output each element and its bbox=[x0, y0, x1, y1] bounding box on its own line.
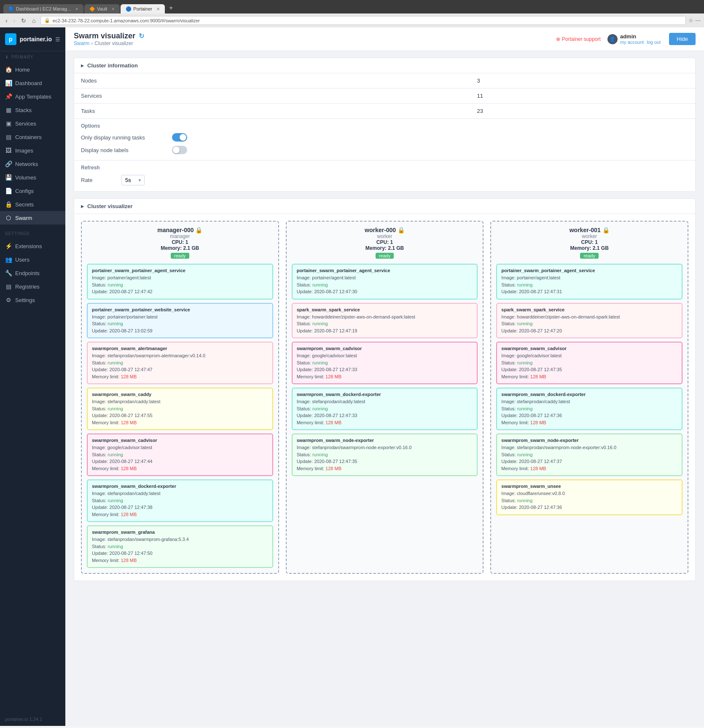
top-header: Swarm visualizer ↻ Swarm › Cluster visua… bbox=[65, 27, 704, 51]
table-row-tasks: Tasks 23 bbox=[74, 104, 695, 119]
rate-select[interactable]: 5s 10s 30s 1m bbox=[121, 175, 145, 185]
service-detail: Image: stefanprodan/swarmprom-alertmanag… bbox=[92, 352, 268, 380]
sidebar-item-extensions[interactable]: ⚡ Extensions bbox=[0, 239, 65, 253]
sidebar-item-settings[interactable]: ⚙ Settings bbox=[0, 293, 65, 307]
logo-icon: p bbox=[5, 33, 16, 45]
node-memory-worker-000: Memory: 2.1 GB bbox=[292, 245, 478, 251]
sidebar-toggle-icon[interactable]: ☰ bbox=[55, 36, 60, 43]
service-name: swarmprom_swarm_cadvisor bbox=[501, 346, 677, 351]
services-label: Services bbox=[74, 88, 470, 104]
cluster-visualizer-card: ▸ Cluster visualizer manager-000 🔒 manag… bbox=[74, 198, 696, 581]
sidebar-item-volumes[interactable]: 💾 Volumes bbox=[0, 171, 65, 184]
tab-vault[interactable]: 🔶 Vault ✕ bbox=[84, 4, 120, 13]
menu-icon[interactable]: ⋯ bbox=[695, 17, 701, 24]
nodes-label: Nodes bbox=[74, 73, 470, 88]
sidebar-item-home[interactable]: 🏠 Home bbox=[0, 63, 65, 76]
secrets-icon: 🔒 bbox=[5, 201, 12, 208]
service-name: portainer_swarm_portainer_website_servic… bbox=[92, 307, 268, 312]
sidebar-item-users[interactable]: 👥 Users bbox=[0, 253, 65, 266]
sidebar-item-dashboard[interactable]: 📊 Dashboard bbox=[0, 76, 65, 90]
containers-icon: ▤ bbox=[5, 134, 12, 140]
volumes-icon: 💾 bbox=[5, 174, 12, 181]
sidebar-item-networks[interactable]: 🔗 Networks bbox=[0, 157, 65, 171]
new-tab-button[interactable]: + bbox=[166, 3, 176, 13]
users-icon: 👥 bbox=[5, 256, 12, 263]
service-name: portainer_swarm_portainer_agent_service bbox=[92, 268, 268, 273]
tab-portainer[interactable]: 🔵 Portainer ✕ bbox=[121, 4, 165, 13]
service-detail: Image: stefanprodan/caddy:latest Status:… bbox=[92, 490, 268, 518]
home-button[interactable]: ⌂ bbox=[30, 16, 38, 25]
refresh-icon[interactable]: ↻ bbox=[139, 32, 144, 40]
sidebar-item-stacks[interactable]: ▦ Stacks bbox=[0, 103, 65, 117]
forward-button[interactable]: › bbox=[11, 16, 18, 25]
sidebar-item-secrets[interactable]: 🔒 Secrets bbox=[0, 198, 65, 211]
service-name: swarmprom_swarm_alertmanager bbox=[92, 346, 268, 351]
username: admin bbox=[620, 33, 662, 40]
service-card: swarmprom_swarm_grafana Image: stefanpro… bbox=[87, 525, 273, 568]
home-icon: 🏠 bbox=[5, 66, 12, 73]
hide-button[interactable]: Hide bbox=[669, 33, 696, 45]
primary-label: ⬇ PRIMARY bbox=[0, 51, 65, 63]
support-link[interactable]: ⊗ Portainer support bbox=[556, 36, 601, 42]
tab-close-dashboard[interactable]: ✕ bbox=[75, 7, 78, 11]
sidebar: p portainer.io ☰ ⬇ PRIMARY 🏠 Home 📊 Dash… bbox=[0, 27, 65, 726]
service-name: swarmprom_swarm_cadvisor bbox=[297, 346, 473, 351]
service-card: portainer_swarm_portainer_website_servic… bbox=[87, 303, 273, 339]
node-header-worker-001: worker-001 🔒 worker CPU: 1 Memory: 2.1 G… bbox=[496, 227, 683, 259]
node-header-manager: manager-000 🔒 manager CPU: 1 Memory: 2.1… bbox=[87, 227, 273, 259]
node-labels-toggle[interactable] bbox=[172, 146, 187, 154]
node-role-worker-000: worker bbox=[292, 233, 478, 239]
sidebar-item-endpoints[interactable]: 🔧 Endpoints bbox=[0, 266, 65, 280]
service-detail: Image: google/cadvisor:latest Status: ru… bbox=[92, 444, 268, 472]
url-text: ec2-34-232-78-22.compute-1.amazonaws.com… bbox=[53, 18, 200, 23]
service-name: spark_swarm_spark_service bbox=[297, 307, 473, 312]
sidebar-item-containers[interactable]: ▤ Containers bbox=[0, 130, 65, 144]
service-card: swarmprom_swarm_dockerd-exporter Image: … bbox=[496, 388, 683, 430]
page-title-area: Swarm visualizer ↻ Swarm › Cluster visua… bbox=[74, 32, 144, 46]
sidebar-item-app-templates[interactable]: 📌 App Templates bbox=[0, 90, 65, 103]
sidebar-item-registries[interactable]: ▤ Registries bbox=[0, 280, 65, 293]
running-tasks-toggle[interactable] bbox=[172, 133, 187, 142]
service-name: swarmprom_swarm_dockerd-exporter bbox=[297, 392, 473, 397]
tab-label-portainer: Portainer bbox=[133, 6, 152, 11]
back-button[interactable]: ‹ bbox=[3, 16, 10, 25]
my-account-link[interactable]: my account bbox=[620, 40, 644, 45]
bookmarks-icon[interactable]: ☆ bbox=[688, 17, 693, 24]
table-row-nodes: Nodes 3 bbox=[74, 73, 695, 88]
tab-close-portainer[interactable]: ✕ bbox=[156, 7, 160, 11]
service-card: swarmprom_swarm_cadvisor Image: google/c… bbox=[87, 434, 273, 476]
service-card: swarmprom_swarm_cadvisor Image: google/c… bbox=[292, 342, 478, 384]
sidebar-item-images[interactable]: 🖼 Images bbox=[0, 144, 65, 157]
cluster-info-table: Nodes 3 Services 11 Tasks 23 bbox=[74, 73, 695, 118]
node-name-worker-000: worker-000 🔒 bbox=[292, 227, 478, 233]
endpoints-icon: 🔧 bbox=[5, 270, 12, 276]
tab-label-vault: Vault bbox=[97, 6, 107, 11]
refresh-section: Refresh Rate 5s 10s 30s 1m bbox=[74, 160, 695, 191]
node-name-worker-001: worker-001 🔒 bbox=[496, 227, 683, 233]
address-bar[interactable]: 🔒 ec2-34-232-78-22.compute-1.amazonaws.c… bbox=[40, 16, 686, 25]
sidebar-item-services[interactable]: ▣ Services bbox=[0, 117, 65, 130]
reload-button[interactable]: ↻ bbox=[19, 16, 28, 25]
tab-close-vault[interactable]: ✕ bbox=[111, 7, 115, 11]
service-detail: Image: stefanprodan/caddy:latest Status:… bbox=[92, 398, 268, 426]
nodes-value: 3 bbox=[470, 73, 695, 88]
user-area: 👤 admin my account log out bbox=[607, 33, 662, 45]
sidebar-item-swarm[interactable]: ⬡ Swarm bbox=[0, 211, 65, 225]
settings-icon: ⚙ bbox=[5, 297, 12, 303]
service-card: portainer_swarm_portainer_agent_service … bbox=[292, 264, 478, 300]
app-templates-icon: 📌 bbox=[5, 93, 12, 100]
main-content: Swarm visualizer ↻ Swarm › Cluster visua… bbox=[65, 27, 704, 726]
breadcrumb: Swarm › Cluster visualizer bbox=[74, 40, 144, 46]
node-name-manager: manager-000 🔒 bbox=[87, 227, 273, 233]
node-badge-worker-000: ready bbox=[376, 253, 394, 259]
registries-icon: ▤ bbox=[5, 283, 12, 290]
sidebar-item-configs[interactable]: 📄 Configs bbox=[0, 184, 65, 198]
service-card: swarmprom_swarm_caddy Image: stefanproda… bbox=[87, 388, 273, 430]
tab-dashboard[interactable]: 🔵 Dashboard | EC2 Manag... ✕ bbox=[3, 4, 83, 13]
breadcrumb-swarm[interactable]: Swarm bbox=[74, 40, 89, 46]
service-name: swarmprom_swarm_grafana bbox=[92, 530, 268, 535]
service-detail: Image: howarddeiner/zipster-aws-on-deman… bbox=[501, 313, 677, 335]
logout-link[interactable]: log out bbox=[647, 40, 661, 45]
settings-label: SETTINGS bbox=[0, 228, 65, 239]
service-name: swarmprom_swarm_dockerd-exporter bbox=[501, 392, 677, 397]
